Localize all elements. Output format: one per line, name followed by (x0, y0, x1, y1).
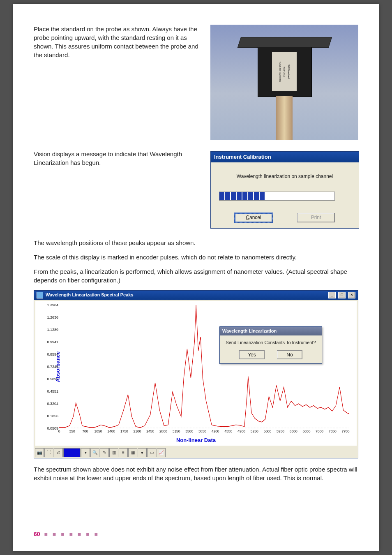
probe-label-text: FOSS NIRSystems (278, 61, 281, 82)
x-tick-label: 7000 (316, 429, 323, 434)
x-tick-label: 350 (69, 429, 75, 434)
x-tick-label: 5600 (263, 429, 271, 434)
dialog-title: Wavelength Linearization (220, 327, 322, 335)
confirmation-dialog: Wavelength Linearization Send Linearizat… (219, 326, 322, 364)
probe-label-text: R99P0001 (283, 66, 286, 77)
x-tick-label: 6650 (302, 429, 310, 434)
yes-button[interactable]: Yes (239, 350, 265, 360)
x-tick-label: 7350 (329, 429, 337, 434)
toolbar-autoscale-icon[interactable]: ⛶ (44, 448, 53, 457)
y-tick-label: 0.3204 (39, 401, 58, 406)
y-tick-label: 0.0509 (39, 426, 58, 431)
probe-label-text: WRStandard (287, 65, 290, 79)
paragraph: The spectrum shown above does not exhibi… (34, 465, 358, 482)
x-tick-label: 2100 (134, 429, 141, 434)
x-tick-label: 6300 (290, 429, 297, 434)
x-tick-label: 2450 (146, 429, 154, 434)
chart-toolbar: 📷 ⛶ 🖨 ▾ 🔍 ✎ ▥ ≡ ▦ ● ▭ 📈 (34, 447, 358, 458)
paragraph: Place the standard on the probe as shown… (34, 25, 201, 59)
no-button[interactable]: No (277, 350, 302, 360)
toolbar-bars-icon[interactable]: ▥ (109, 448, 118, 457)
toolbar-print-icon[interactable]: 🖨 (54, 448, 63, 457)
x-tick-label: 0 (58, 429, 60, 434)
x-tick-label: 1050 (95, 429, 102, 434)
x-tick-label: 5950 (277, 429, 284, 434)
x-tick-label: 7700 (341, 429, 349, 434)
y-tick-label: 0.1856 (39, 413, 58, 419)
close-button[interactable]: × (348, 292, 355, 298)
paragraph: Vision displays a message to indicate th… (34, 150, 201, 167)
y-tick-label: 0.5899 (39, 376, 58, 382)
toolbar-color-swatch[interactable] (63, 448, 81, 457)
page-footer: 60 ■ ■ ■ ■ ■ ■ ■ (34, 530, 99, 539)
toolbar-annotate-icon[interactable]: ▭ (147, 448, 156, 457)
app-icon (37, 292, 43, 298)
x-tick-label: 4900 (238, 429, 245, 434)
x-tick-label: 5250 (251, 429, 258, 434)
x-tick-label: 4550 (224, 429, 232, 434)
toolbar-stats-icon[interactable]: 📈 (157, 448, 166, 457)
x-tick-label: 700 (82, 429, 88, 434)
maximize-button[interactable]: □ (338, 292, 346, 298)
probe-photo: WRStandard R99P0001 FOSS NIRSystems (210, 25, 358, 140)
chart-plot-area: Absorbance Wavelength Linearization Send… (59, 305, 349, 428)
x-tick-label: 3150 (173, 429, 180, 434)
toolbar-marker-icon[interactable]: ● (138, 448, 147, 457)
toolbar-dropdown-icon[interactable]: ▾ (81, 448, 90, 457)
paragraph: From the peaks, a linearization is perfo… (34, 267, 358, 284)
toolbar-list-icon[interactable]: ≡ (119, 448, 128, 457)
page-number: 60 (34, 531, 40, 537)
x-tick-label: 1750 (120, 429, 128, 434)
dialog-message: Wavelength linearization on sample chann… (215, 173, 355, 180)
toolbar-legend-icon[interactable]: ✎ (100, 448, 109, 457)
toolbar-table-icon[interactable]: ▦ (128, 448, 137, 457)
x-axis-label: Non-linear Data (41, 437, 351, 444)
footer-dots: ■ ■ ■ ■ ■ ■ ■ (44, 531, 99, 537)
y-tick-label: 0.7246 (39, 364, 58, 369)
progress-bar (219, 192, 335, 201)
paragraph: The wavelength positions of these peaks … (34, 238, 358, 247)
x-tick-label: 1400 (107, 429, 115, 434)
calibration-dialog: Instrument Calibration Wavelength linear… (210, 151, 359, 229)
y-tick-label: 1.3984 (39, 302, 58, 308)
toolbar-zoom-icon[interactable]: 🔍 (90, 448, 99, 457)
x-tick-label: 3850 (198, 429, 206, 434)
cancel-button[interactable]: Cancel (235, 213, 272, 222)
y-tick-label: 0.4551 (39, 388, 58, 394)
window-title: Wavelength Linearization Spectral Peaks (46, 292, 134, 298)
x-tick-label: 3500 (185, 429, 193, 434)
minimize-button[interactable]: _ (328, 292, 336, 298)
print-button[interactable]: Print (297, 213, 335, 222)
chart-window: Wavelength Linearization Spectral Peaks … (34, 290, 358, 458)
y-tick-label: 1.2636 (39, 314, 58, 320)
dialog-message: Send Linearization Constants To Instrume… (223, 340, 318, 346)
x-tick-label: 2800 (159, 429, 167, 434)
y-tick-label: 1.1289 (39, 327, 58, 332)
y-tick-label: 0.8594 (39, 352, 58, 357)
toolbar-camera-icon[interactable]: 📷 (35, 448, 44, 457)
y-tick-label: 0.9941 (39, 339, 58, 345)
x-tick-label: 4200 (212, 429, 219, 434)
paragraph: The scale of this display is marked in e… (34, 253, 358, 261)
dialog-title: Instrument Calibration (211, 152, 359, 162)
